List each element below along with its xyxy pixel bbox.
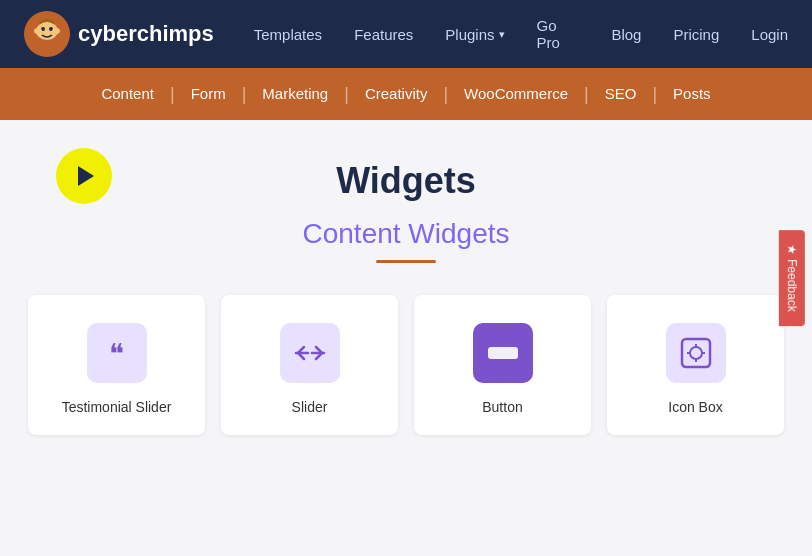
logo-icon <box>24 11 70 57</box>
svg-rect-7 <box>682 339 710 367</box>
section-title: Content Widgets <box>20 218 792 250</box>
main-content: Widgets Content Widgets ❝ Testimonial Sl… <box>0 120 812 455</box>
widget-card[interactable]: ❝ Testimonial Slider <box>28 295 205 435</box>
cat-seo[interactable]: SEO <box>589 68 653 120</box>
widget-label: Icon Box <box>668 399 722 415</box>
widget-icon <box>666 323 726 383</box>
top-navigation: cyberchimps Templates Features Plugins ▾… <box>0 0 812 68</box>
nav-plugins[interactable]: Plugins ▾ <box>445 26 504 43</box>
nav-gopro[interactable]: Go Pro <box>537 17 580 51</box>
widget-icon: ❝ <box>87 323 147 383</box>
play-button[interactable] <box>56 148 112 204</box>
feedback-label: Feedback <box>785 259 799 312</box>
widget-label: Button <box>482 399 522 415</box>
svg-rect-6 <box>488 347 518 359</box>
nav-blog[interactable]: Blog <box>611 26 641 43</box>
widget-label: Slider <box>292 399 328 415</box>
widget-label: Testimonial Slider <box>62 399 172 415</box>
widgets-grid: ❝ Testimonial Slider Slider Button <box>20 295 792 435</box>
cat-posts[interactable]: Posts <box>657 68 727 120</box>
nav-pricing[interactable]: Pricing <box>673 26 719 43</box>
logo[interactable]: cyberchimps <box>24 11 214 57</box>
svg-point-4 <box>34 28 42 34</box>
cat-creativity[interactable]: Creativity <box>349 68 444 120</box>
nav-login[interactable]: Login <box>751 26 788 43</box>
nav-templates[interactable]: Templates <box>254 26 322 43</box>
logo-text: cyberchimps <box>78 21 214 47</box>
widget-card[interactable]: Button <box>414 295 591 435</box>
title-underline <box>376 260 436 263</box>
cat-woocommerce[interactable]: WooCommerce <box>448 68 584 120</box>
chevron-down-icon: ▾ <box>499 28 505 41</box>
widget-card[interactable]: Slider <box>221 295 398 435</box>
svg-point-8 <box>690 347 702 359</box>
feedback-icon: ★ <box>785 244 799 255</box>
category-navigation: Content | Form | Marketing | Creativity … <box>0 68 812 120</box>
svg-point-5 <box>52 28 60 34</box>
widget-icon <box>280 323 340 383</box>
nav-links: Templates Features Plugins ▾ Go Pro Blog… <box>254 17 788 51</box>
widget-card[interactable]: Icon Box <box>607 295 784 435</box>
feedback-tab[interactable]: ★ Feedback <box>779 230 805 326</box>
page-title: Widgets <box>20 160 792 202</box>
cat-content[interactable]: Content <box>85 68 170 120</box>
widget-icon <box>473 323 533 383</box>
nav-features[interactable]: Features <box>354 26 413 43</box>
play-icon <box>78 166 94 186</box>
cat-marketing[interactable]: Marketing <box>246 68 344 120</box>
cat-form[interactable]: Form <box>175 68 242 120</box>
